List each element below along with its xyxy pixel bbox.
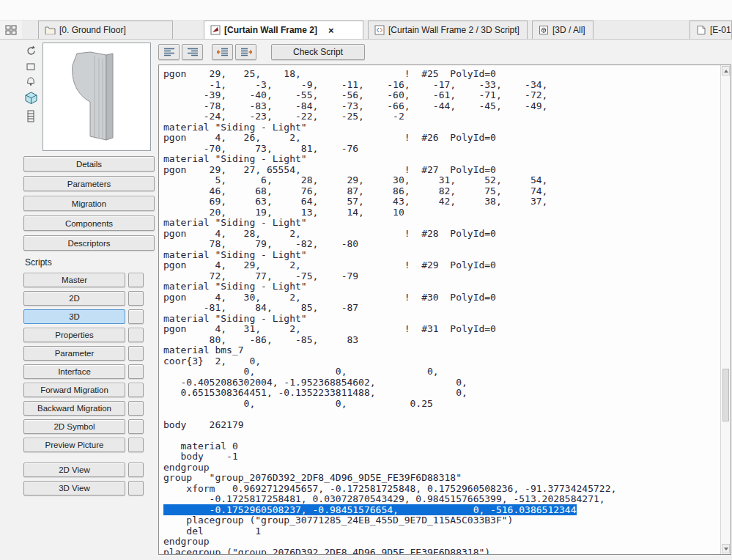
code-line[interactable]: material "Siding - Light" bbox=[163, 314, 720, 325]
code-line[interactable]: del 1 bbox=[163, 526, 720, 537]
indent-increase-button[interactable] bbox=[182, 44, 203, 60]
open-window-box[interactable] bbox=[128, 364, 144, 379]
script-button-backward-migration[interactable]: Backward Migration bbox=[23, 401, 125, 416]
components-button[interactable]: Components bbox=[23, 215, 155, 231]
open-window-box[interactable] bbox=[128, 383, 144, 397]
bell-icon[interactable] bbox=[26, 76, 36, 86]
tab-3d-all[interactable]: [3D / All] bbox=[532, 21, 594, 39]
vertical-scrollbar[interactable] bbox=[720, 65, 731, 554]
code-line[interactable]: endgroup bbox=[163, 537, 720, 548]
script-button-master[interactable]: Master bbox=[23, 273, 125, 287]
open-window-box[interactable] bbox=[128, 291, 144, 306]
code-line[interactable]: xform 0.9692712945657, -0.172581725848, … bbox=[163, 484, 720, 495]
indent-decrease-button[interactable] bbox=[158, 44, 180, 60]
code-line[interactable]: 69, 63, 64, 57, 43, 42, 38, 37, bbox=[163, 196, 720, 207]
open-window-box[interactable] bbox=[128, 463, 144, 477]
rotate-icon[interactable] bbox=[25, 45, 37, 57]
code-line[interactable]: material "Siding - Light" bbox=[163, 218, 720, 229]
scroll-up-icon[interactable] bbox=[722, 66, 730, 75]
tab-layout-e01[interactable]: [E-01 bbox=[690, 21, 732, 39]
script-button-interface[interactable]: Interface bbox=[23, 364, 125, 379]
details-button[interactable]: Details bbox=[23, 156, 155, 172]
script-button-properties[interactable]: Properties bbox=[23, 328, 125, 342]
code-line[interactable]: -39, -40, -55, -56, -60, -61, -71, -72, bbox=[163, 90, 720, 101]
indent-increase-icon bbox=[187, 48, 199, 56]
shift-left-button[interactable] bbox=[212, 44, 233, 60]
code-line[interactable]: 72, 77, -75, -79 bbox=[163, 271, 720, 282]
script-button-3d[interactable]: 3D bbox=[23, 309, 125, 324]
script-button-parameter[interactable]: Parameter bbox=[23, 346, 125, 361]
code-line[interactable]: -78, -83, -84, -73, -66, -44, -45, -49, bbox=[163, 101, 720, 112]
script-button-2d[interactable]: 2D bbox=[23, 291, 125, 306]
code-line[interactable]: pgon 4, 29, 2, ! #29 PolyId=0 bbox=[163, 260, 720, 271]
code-line[interactable]: pgon 4, 26, 2, ! #26 PolyId=0 bbox=[163, 133, 720, 144]
script-button-forward-migration[interactable]: Forward Migration bbox=[23, 383, 125, 397]
code-line[interactable]: 0.6515308364451, -0.1352233811488, 0, bbox=[163, 388, 720, 399]
scrollbar-thumb[interactable] bbox=[722, 369, 729, 421]
code-line[interactable] bbox=[163, 409, 720, 420]
view-button-3d[interactable]: 3D View bbox=[23, 481, 125, 495]
open-window-box[interactable] bbox=[128, 328, 144, 342]
quad-view-icon[interactable] bbox=[0, 21, 22, 39]
rectangle-icon[interactable] bbox=[26, 62, 36, 71]
tab-ground-floor[interactable]: [0. Ground Floor] bbox=[38, 21, 173, 39]
code-line[interactable]: -24, -23, -22, -25, -2 bbox=[163, 111, 720, 122]
code-editor[interactable]: pgon 29, 25, 18, ! #25 PolyId=0 -1, -3, … bbox=[159, 65, 720, 554]
code-line[interactable]: placegroup ("group_2076D392_2DF8_4D96_9D… bbox=[163, 548, 720, 555]
code-line[interactable]: placegroup ("group_30771285_24EB_455D_9E… bbox=[163, 515, 720, 526]
code-line[interactable]: 78, 79, -82, -80 bbox=[163, 239, 720, 250]
code-line[interactable]: material "Siding - Light" bbox=[163, 122, 720, 133]
code-line[interactable] bbox=[163, 430, 720, 441]
scroll-down-icon[interactable] bbox=[722, 544, 730, 553]
close-icon[interactable]: × bbox=[328, 25, 334, 36]
code-line[interactable]: material "Siding - Light" bbox=[163, 281, 720, 292]
code-line[interactable]: -1, -3, -9, -11, -16, -17, -33, -34, bbox=[163, 80, 720, 91]
open-window-box[interactable] bbox=[128, 481, 144, 495]
code-line[interactable]: 0, 0, 0.25 bbox=[163, 399, 720, 410]
code-line[interactable]: -70, 73, 81, -76 bbox=[163, 144, 720, 155]
open-window-box[interactable] bbox=[128, 438, 144, 452]
code-line[interactable]: 46, 68, 76, 87, 86, 82, 75, 74, bbox=[163, 186, 720, 197]
view-button-2d[interactable]: 2D View bbox=[23, 463, 125, 477]
filmstrip-icon[interactable] bbox=[26, 110, 36, 122]
tab-3d-script[interactable]: [Curtain Wall Frame 2 / 3D Script] bbox=[368, 21, 528, 39]
code-line[interactable]: material "Siding - Light" bbox=[163, 250, 720, 261]
open-window-box[interactable] bbox=[128, 401, 144, 416]
code-line[interactable]: pgon 29, 27, 65554, ! #27 PolyId=0 bbox=[163, 165, 720, 176]
code-line[interactable]: endgroup bbox=[163, 463, 720, 474]
descriptors-button[interactable]: Descriptors bbox=[23, 235, 155, 251]
code-line[interactable]: body -1 bbox=[163, 452, 720, 463]
code-line[interactable]: material bms_7 bbox=[163, 345, 720, 356]
code-line[interactable]: group "group_2076D392_2DF8_4D96_9D5E_FE3… bbox=[163, 473, 720, 484]
code-line[interactable]: pgon 29, 25, 18, ! #25 PolyId=0 bbox=[163, 69, 720, 80]
script-button-2d-symbol[interactable]: 2D Symbol bbox=[23, 419, 125, 434]
check-script-button[interactable]: Check Script bbox=[271, 44, 365, 60]
code-line[interactable]: 5, 6, 28, 29, 30, 31, 52, 54, bbox=[163, 175, 720, 186]
code-line[interactable]: pgon 4, 28, 2, ! #28 PolyId=0 bbox=[163, 229, 720, 240]
code-line[interactable]: 20, 19, 13, 14, 10 bbox=[163, 207, 720, 218]
open-window-box[interactable] bbox=[128, 419, 144, 434]
code-line[interactable]: body 262179 bbox=[163, 420, 720, 431]
script-button-preview-picture[interactable]: Preview Picture bbox=[23, 438, 125, 452]
code-line[interactable]: material 0 bbox=[163, 441, 720, 452]
parameters-button[interactable]: Parameters bbox=[23, 176, 155, 191]
open-window-box[interactable] bbox=[128, 346, 144, 361]
code-line[interactable]: -0.4052086302004, -1.952368854602, 0, bbox=[163, 377, 720, 388]
object-editor-icon bbox=[210, 25, 221, 35]
open-window-box[interactable] bbox=[128, 273, 144, 287]
code-line[interactable]: material "Siding - Light" bbox=[163, 154, 720, 165]
code-line[interactable]: pgon 4, 31, 2, ! #31 PolyId=0 bbox=[163, 324, 720, 335]
code-line[interactable]: pgon 4, 30, 2, ! #30 PolyId=0 bbox=[163, 292, 720, 303]
code-line[interactable]: 0, 0, 0, bbox=[163, 366, 720, 377]
object-preview-panel[interactable] bbox=[42, 43, 151, 151]
migration-button[interactable]: Migration bbox=[23, 196, 155, 211]
shift-right-button[interactable] bbox=[235, 44, 256, 60]
code-line[interactable]: -0.1725817258481, 0.03072870543429, 0.98… bbox=[163, 494, 720, 505]
code-line[interactable]: -0.1752960508237, -0.98451576654, 0, -51… bbox=[163, 505, 720, 516]
tab-curtain-wall-frame[interactable]: [Curtain Wall Frame 2] × bbox=[204, 21, 363, 39]
code-line[interactable]: coor{3} 2, 0, bbox=[163, 356, 720, 367]
code-line[interactable]: -81, 84, 85, -87 bbox=[163, 303, 720, 314]
code-line[interactable]: 80, -86, -85, 83 bbox=[163, 335, 720, 346]
cube-3d-icon[interactable] bbox=[24, 92, 38, 105]
open-window-box[interactable] bbox=[128, 309, 144, 324]
